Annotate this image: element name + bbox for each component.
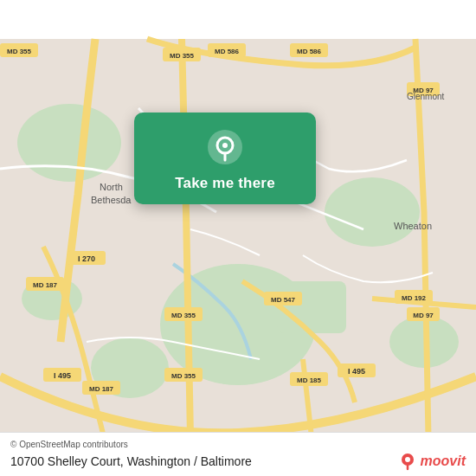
svg-point-46 [222, 143, 228, 148]
address-text: 10700 Shelley Court, Washington / Baltim… [10, 454, 252, 468]
osm-credit: © OpenStreetMap contributors [10, 440, 466, 449]
svg-text:Glenmont: Glenmont [407, 92, 445, 101]
svg-text:MD 586: MD 586 [215, 48, 240, 55]
svg-text:I 495: I 495 [348, 367, 365, 376]
svg-text:North: North [100, 182, 123, 192]
svg-text:Wheaton: Wheaton [394, 221, 432, 231]
svg-text:MD 586: MD 586 [297, 48, 322, 55]
svg-text:MD 187: MD 187 [89, 385, 114, 393]
moovit-logo: moovit [398, 452, 466, 471]
svg-text:MD 185: MD 185 [297, 376, 322, 384]
svg-text:MD 355: MD 355 [171, 312, 196, 319]
map-container: I 495 I 495 MD 355 MD 355 MD 355 MD 586 … [0, 0, 476, 476]
svg-text:MD 355: MD 355 [171, 372, 196, 380]
svg-text:MD 187: MD 187 [33, 281, 58, 289]
svg-text:I 495: I 495 [54, 371, 71, 380]
svg-text:MD 192: MD 192 [402, 294, 427, 302]
svg-point-3 [325, 177, 420, 247]
location-pin-icon [206, 128, 244, 166]
svg-text:Bethesda: Bethesda [91, 195, 132, 205]
svg-text:MD 355: MD 355 [7, 48, 32, 55]
bottom-bar: © OpenStreetMap contributors 10700 Shell… [0, 432, 476, 476]
svg-text:MD 547: MD 547 [271, 296, 296, 304]
svg-point-48 [405, 457, 410, 462]
address-row: 10700 Shelley Court, Washington / Baltim… [10, 452, 466, 471]
map-svg: I 495 I 495 MD 355 MD 355 MD 355 MD 586 … [0, 0, 476, 476]
svg-point-2 [17, 104, 121, 182]
moovit-text: moovit [421, 453, 466, 469]
take-me-there-button[interactable]: Take me there [175, 175, 275, 192]
moovit-icon [398, 452, 417, 471]
location-card[interactable]: Take me there [134, 113, 316, 204]
svg-rect-5 [277, 281, 346, 333]
svg-text:I 270: I 270 [78, 254, 95, 263]
svg-text:MD 97: MD 97 [413, 312, 434, 319]
